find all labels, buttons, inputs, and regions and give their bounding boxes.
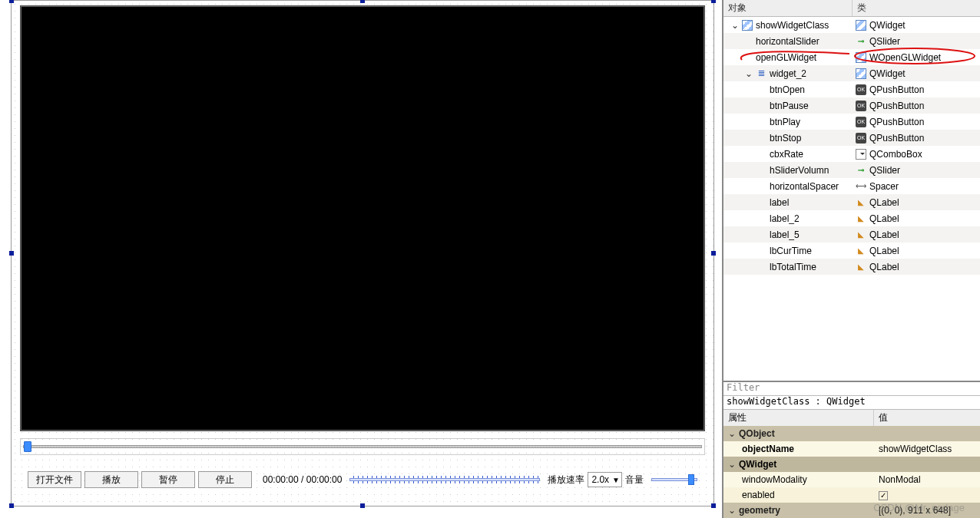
tree-item-class: QLabel xyxy=(869,262,899,272)
slider-thumb[interactable] xyxy=(688,474,694,485)
filter-input[interactable]: Filter xyxy=(723,382,980,396)
tree-item-name: btnOpen xyxy=(770,84,805,95)
tree-row[interactable]: label◣QLabel xyxy=(723,194,980,210)
property-value: [(0, 0), 911 x 648] xyxy=(874,505,980,516)
tree-item-name: widget_2 xyxy=(770,68,806,79)
property-value[interactable]: NonModal xyxy=(874,474,980,485)
property-row[interactable]: windowModalityNonModal xyxy=(723,472,980,487)
resize-handle[interactable] xyxy=(9,0,14,3)
property-row[interactable]: enabled✓ xyxy=(723,487,980,503)
tree-item-class: QPushButton xyxy=(869,84,924,95)
resize-handle[interactable] xyxy=(9,251,14,256)
icon-button: OK xyxy=(856,133,866,144)
rate-combobox[interactable]: 2.0x ▼ xyxy=(588,472,622,487)
tree-item-name: horizontalSpacer xyxy=(770,181,839,192)
tree-row[interactable]: hSliderVolumn⊸QSlider xyxy=(723,162,980,178)
resize-handle[interactable] xyxy=(360,503,365,508)
property-row[interactable]: objectNameshowWidgetClass xyxy=(723,441,980,457)
property-group[interactable]: ⌄QWidget xyxy=(723,457,980,472)
tree-item-class: QPushButton xyxy=(869,101,924,111)
stop-button[interactable]: 停止 xyxy=(198,471,252,488)
tree-item-name: cbxRate xyxy=(770,149,803,160)
property-header-key[interactable]: 属性 xyxy=(723,410,874,426)
tree-item-name: hSliderVolumn xyxy=(770,165,829,176)
tree-row[interactable]: btnStopOKQPushButton xyxy=(723,130,980,146)
property-value[interactable]: ✓ xyxy=(874,490,980,500)
chevron-icon[interactable]: ⌄ xyxy=(728,428,736,439)
property-group[interactable]: ⌄QObject xyxy=(723,426,980,441)
tree-row[interactable]: lbTotalTime◣QLabel xyxy=(723,259,980,275)
icon-label: ◣ xyxy=(856,229,866,240)
chevron-icon[interactable]: ⌄ xyxy=(731,20,739,31)
property-rows[interactable]: ⌄QObjectobjectNameshowWidgetClass⌄QWidge… xyxy=(723,426,980,518)
icon-button: OK xyxy=(856,84,866,95)
tree-item-class: QSlider xyxy=(869,165,900,176)
tree-item-class: QLabel xyxy=(869,197,899,208)
property-key: objectName xyxy=(742,444,794,454)
tree-item-class: QLabel xyxy=(869,246,899,256)
volume-slider[interactable] xyxy=(651,474,697,485)
tree-header: 对象 类 xyxy=(723,0,980,17)
chevron-icon[interactable]: ⌄ xyxy=(745,68,753,79)
tree-item-class: QLabel xyxy=(869,213,899,224)
checkbox-icon[interactable]: ✓ xyxy=(879,491,888,500)
object-tree[interactable]: ⌄showWidgetClassQWidgethorizontalSlider⊸… xyxy=(723,17,980,381)
tree-item-name: label_2 xyxy=(770,213,800,224)
chevron-down-icon: ▼ xyxy=(612,476,620,484)
tree-item-class: QPushButton xyxy=(869,117,924,127)
tree-row[interactable]: lbCurTime◣QLabel xyxy=(723,243,980,259)
total-time-label: 00:00:00 xyxy=(306,474,343,485)
icon-button: OK xyxy=(856,117,866,127)
rate-value: 2.0x xyxy=(591,474,609,485)
resize-handle[interactable] xyxy=(711,503,716,508)
pause-button[interactable]: 暂停 xyxy=(141,471,195,488)
property-value[interactable]: showWidgetClass xyxy=(874,444,980,454)
property-key: geometry xyxy=(739,505,780,516)
form-canvas[interactable]: 打开文件 播放 暂停 停止 00:00:00 / 00:00:00 播放速率 2… xyxy=(11,0,714,506)
icon-spacer: ⟷ xyxy=(856,181,866,192)
tree-item-class: QComboBox xyxy=(869,149,922,160)
chevron-icon[interactable]: ⌄ xyxy=(728,459,736,470)
slider-thumb[interactable] xyxy=(24,441,31,452)
tree-item-class: QLabel xyxy=(869,229,899,240)
progress-slider[interactable] xyxy=(349,474,540,485)
tree-item-class: WOpenGLWidget xyxy=(869,52,941,63)
class-header[interactable]: 类 xyxy=(853,0,871,16)
tree-row[interactable]: cbxRateQComboBox xyxy=(723,146,980,162)
tree-row[interactable]: horizontalSpacer⟷Spacer xyxy=(723,178,980,194)
tree-row[interactable]: ⌄𝌆widget_2QWidget xyxy=(723,65,980,81)
object-header[interactable]: 对象 xyxy=(723,0,853,16)
opengl-widget[interactable] xyxy=(20,5,705,431)
icon-widget xyxy=(742,20,753,31)
tree-row[interactable]: horizontalSlider⊸QSlider xyxy=(723,33,980,49)
side-pane: 对象 类 ⌄showWidgetClassQWidgethorizontalSl… xyxy=(722,0,980,518)
icon-container: 𝌆 xyxy=(756,68,766,79)
resize-handle[interactable] xyxy=(711,0,716,3)
icon-slider: ⊸ xyxy=(856,165,866,176)
open-file-button[interactable]: 打开文件 xyxy=(28,471,81,488)
play-button[interactable]: 播放 xyxy=(84,471,138,488)
tree-row[interactable]: btnPauseOKQPushButton xyxy=(723,97,980,114)
tree-item-class: QPushButton xyxy=(869,133,924,144)
icon-slider: ⊸ xyxy=(856,36,866,47)
tree-row[interactable]: ⌄showWidgetClassQWidget xyxy=(723,17,980,33)
property-header: 属性 值 xyxy=(723,410,980,426)
tree-row[interactable]: openGLWidgetWOpenGLWidget xyxy=(723,49,980,65)
icon-widget xyxy=(856,20,866,31)
resize-handle[interactable] xyxy=(711,251,716,256)
chevron-icon[interactable]: ⌄ xyxy=(728,505,736,516)
resize-handle[interactable] xyxy=(360,0,365,3)
icon-button: OK xyxy=(856,101,866,111)
resize-handle[interactable] xyxy=(9,503,14,508)
tree-row[interactable]: label_5◣QLabel xyxy=(723,226,980,243)
icon-widget xyxy=(856,68,866,79)
property-group[interactable]: ⌄geometry[(0, 0), 911 x 648] xyxy=(723,503,980,518)
horizontal-slider[interactable] xyxy=(20,438,705,455)
tree-row[interactable]: btnPlayOKQPushButton xyxy=(723,114,980,130)
property-key: enabled xyxy=(742,490,775,500)
tree-item-name: openGLWidget xyxy=(756,52,816,63)
tree-row[interactable]: btnOpenOKQPushButton xyxy=(723,81,980,97)
property-header-val[interactable]: 值 xyxy=(874,410,892,426)
property-pane: Filter showWidgetClass : QWidget 属性 值 ⌄Q… xyxy=(723,381,980,518)
tree-row[interactable]: label_2◣QLabel xyxy=(723,210,980,226)
